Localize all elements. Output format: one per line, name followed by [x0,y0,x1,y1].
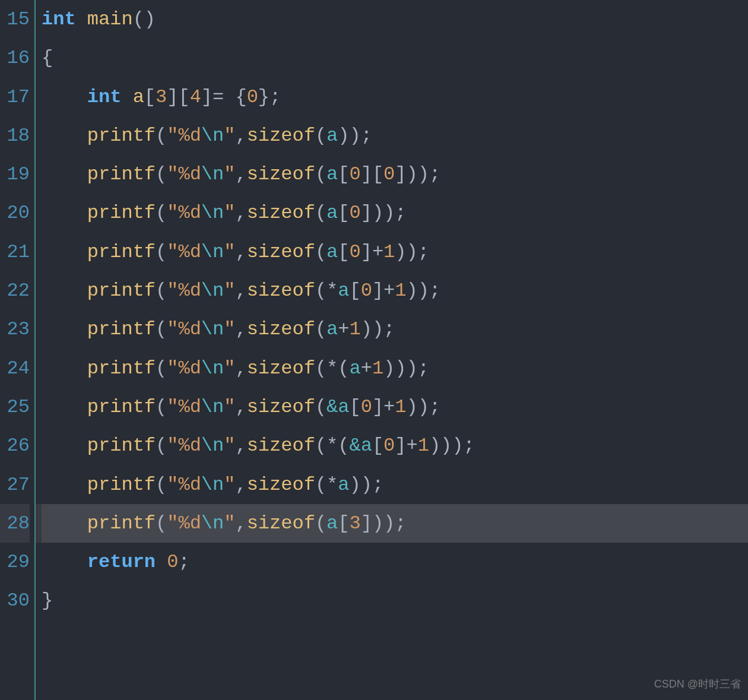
code-token: ( [315,202,327,224]
code-token: ))) [383,357,418,379]
code-line[interactable]: printf("%d\n",sizeof(*a[0]+1)); [42,271,748,310]
code-token [42,357,87,379]
code-token: , [235,280,246,302]
code-token: 3 [156,86,167,108]
code-token: (* [315,280,338,302]
code-line[interactable]: printf("%d\n",sizeof(&a[0]+1)); [42,388,748,426]
code-token: 1 [395,396,406,418]
code-line[interactable]: int a[3][4]= {0}; [42,78,748,116]
code-token: { [42,47,53,69]
code-token: \n [201,163,224,185]
code-token: printf [87,357,156,379]
code-token: { [235,86,246,108]
code-line[interactable]: { [42,39,748,77]
code-token: "%d [167,241,201,263]
code-line[interactable]: printf("%d\n",sizeof(a[0][0])); [42,155,748,194]
code-token: [ [372,435,383,457]
code-line[interactable]: printf("%d\n",sizeof(*(&a[0]+1))); [42,426,748,465]
code-token: \n [201,512,224,534]
code-line[interactable]: printf("%d\n",sizeof(a[3])); [42,504,748,543]
code-token: ( [315,241,327,263]
code-token [42,512,87,534]
code-token: a [327,512,338,534]
line-number: 28 [0,504,30,543]
code-token [121,86,132,108]
code-token: "%d [167,125,201,147]
code-token: \n [201,280,224,302]
code-line[interactable]: printf("%d\n",sizeof(*(a+1))); [42,349,748,388]
code-editor[interactable]: 15161718192021222324252627282930 int mai… [0,0,748,700]
code-line[interactable]: printf("%d\n",sizeof(a)); [42,116,748,155]
code-token [42,435,87,457]
code-token: ] [201,86,213,108]
code-token: sizeof [247,280,315,302]
code-token: "%d [167,357,201,379]
code-token: , [235,125,246,147]
code-line[interactable]: printf("%d\n",sizeof(a+1)); [42,310,748,349]
code-line[interactable]: printf("%d\n",sizeof(*a)); [42,465,748,504]
code-token: "%d [167,512,201,534]
code-token [42,280,87,302]
line-number: 19 [0,155,30,194]
code-token: printf [87,280,156,302]
code-token: ; [178,551,189,573]
code-token: sizeof [247,125,315,147]
code-token: printf [87,163,156,185]
line-number: 30 [0,581,30,620]
code-token: \n [201,357,224,379]
code-token: (*( [315,435,350,457]
code-line[interactable]: printf("%d\n",sizeof(a[0])); [42,194,748,232]
code-token [42,396,87,418]
code-line[interactable]: } [42,581,748,620]
code-token: & [327,396,338,418]
code-token: ] [361,241,372,263]
code-line[interactable]: return 0; [42,543,748,581]
code-token: 0 [383,163,395,185]
code-token: return [87,551,156,573]
code-token: printf [87,125,156,147]
code-token: " [224,512,235,534]
line-number: 23 [0,310,30,349]
code-line[interactable]: printf("%d\n",sizeof(a[0]+1)); [42,233,748,271]
code-token: int [87,86,122,108]
code-token: a [133,86,144,108]
code-token: ; [395,202,406,224]
code-token: printf [87,318,156,340]
code-token: sizeof [247,474,315,496]
code-token: printf [87,396,156,418]
code-token: "%d [167,474,201,496]
code-token: ; [372,474,383,496]
code-token: sizeof [247,318,315,340]
code-token: ; [361,125,372,147]
code-token: printf [87,512,156,534]
code-token: "%d [167,163,201,185]
line-number: 22 [0,271,30,310]
code-token: , [235,357,246,379]
code-token: 0 [361,396,372,418]
code-token: + [372,241,383,263]
line-number: 15 [0,0,30,39]
code-token: ( [156,435,167,457]
code-token: 1 [349,318,360,340]
code-token: \n [201,202,224,224]
code-token: () [133,8,156,30]
code-token: ( [156,357,167,379]
code-token: } [258,86,270,108]
code-area[interactable]: int main(){ int a[3][4]= {0}; printf("%d… [36,0,748,700]
code-token: , [235,396,246,418]
code-token: a [338,396,349,418]
code-token: ( [156,202,167,224]
code-token: a [361,435,372,457]
code-token: ; [429,396,440,418]
code-token: main [87,8,133,30]
code-token: a [327,241,338,263]
code-token: ( [315,318,327,340]
code-token [42,241,87,263]
code-token: ; [429,163,440,185]
code-line[interactable]: int main() [42,0,748,39]
code-token: 1 [372,357,383,379]
line-number: 16 [0,39,30,77]
code-token: " [224,396,235,418]
code-token: 1 [418,435,429,457]
code-token: ( [156,512,167,534]
